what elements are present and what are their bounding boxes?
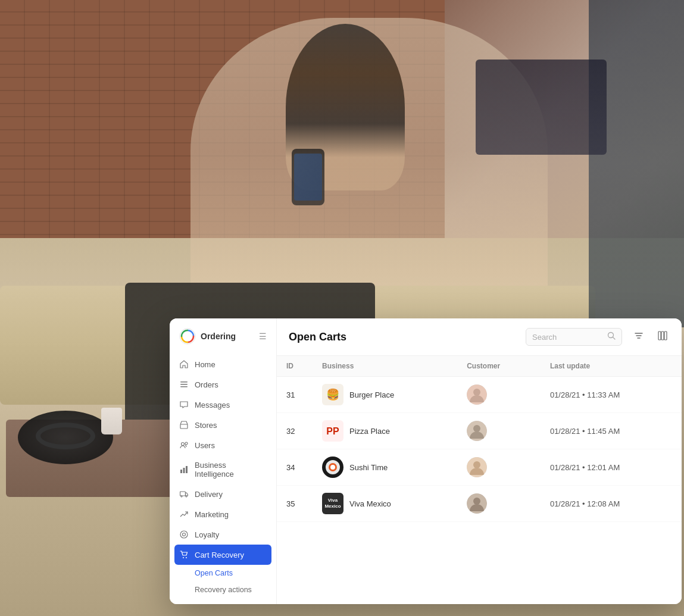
svg-point-24 [473, 389, 480, 396]
sidebar-logo-area: Ordering ☰ [170, 328, 276, 354]
sidebar-item-stores[interactable]: Stores [170, 415, 276, 435]
table-row[interactable]: 31 🍔 Burger Place [277, 377, 682, 413]
business-name-sushi: Sushi Time [349, 463, 388, 472]
cell-business-31: 🍔 Burger Place [313, 377, 457, 413]
table-body: 31 🍔 Burger Place [277, 377, 682, 522]
phone-screen [294, 154, 322, 201]
svg-point-15 [186, 557, 187, 558]
sidebar-item-loyalty[interactable]: Loyalty [170, 524, 276, 545]
svg-rect-6 [180, 470, 182, 473]
cell-business-35: VivaMexico Viva Mexico [313, 486, 457, 522]
cell-id-35: 35 [277, 486, 313, 522]
svg-point-39 [473, 498, 480, 505]
svg-line-17 [613, 337, 616, 340]
svg-text:PP: PP [326, 426, 339, 436]
table-row[interactable]: 35 VivaMexico Viva Mexico [277, 486, 682, 522]
customer-avatar-35 [467, 493, 487, 514]
svg-point-34 [473, 461, 480, 468]
search-wrapper [526, 328, 622, 346]
business-logo-burger: 🍔 [322, 384, 343, 405]
cell-lastupdate-32: 01/28/21 • 11:45 AM [541, 413, 682, 449]
sidebar-item-users-label: Users [195, 441, 215, 450]
svg-text:Viva: Viva [328, 498, 338, 503]
sidebar-item-stores-label: Stores [195, 421, 217, 430]
svg-point-28 [473, 425, 480, 432]
filter-button[interactable] [632, 329, 646, 345]
svg-rect-9 [180, 492, 186, 496]
sidebar-item-marketing[interactable]: Marketing [170, 504, 276, 524]
sidebar-item-messages[interactable]: Messages [170, 395, 276, 415]
svg-point-12 [180, 531, 188, 538]
cell-id-32: 32 [277, 413, 313, 449]
delivery-icon [179, 489, 189, 499]
table-header: ID Business Customer Last update [277, 356, 682, 377]
business-logo-pizza: PP [322, 420, 343, 442]
col-last-update: Last update [541, 356, 682, 377]
business-logo-mexico: VivaMexico [322, 493, 343, 514]
sidebar: Ordering ☰ Home Orders Messages [170, 318, 277, 604]
svg-rect-19 [661, 332, 664, 340]
business-cell-sushi: Sushi Time [322, 456, 448, 478]
business-logo-sushi [322, 456, 343, 478]
sidebar-item-loyalty-label: Loyalty [195, 530, 219, 539]
svg-point-5 [182, 443, 185, 446]
svg-point-11 [186, 496, 187, 497]
cell-lastupdate-35: 01/28/21 • 12:08 AM [541, 486, 682, 522]
chart-icon [179, 465, 189, 474]
messages-icon [179, 400, 189, 409]
sidebar-item-cart-recovery[interactable]: Cart Recovery [174, 545, 271, 565]
sidebar-item-delivery[interactable]: Delivery [170, 484, 276, 504]
business-cell-burger: 🍔 Burger Place [322, 384, 448, 405]
window-right [589, 0, 684, 327]
table-container: ID Business Customer Last update 31 � [277, 356, 682, 604]
marketing-icon [179, 509, 189, 519]
sidebar-item-messages-label: Messages [195, 401, 230, 409]
cell-lastupdate-31: 01/28/21 • 11:33 AM [541, 377, 682, 413]
svg-rect-4 [180, 424, 188, 429]
svg-rect-8 [186, 466, 188, 473]
sidebar-item-users[interactable]: Users [170, 435, 276, 455]
stores-icon [179, 420, 189, 430]
mug [101, 408, 122, 434]
svg-rect-7 [183, 468, 185, 473]
svg-rect-1 [180, 382, 188, 383]
monitor [476, 60, 607, 155]
col-id: ID [277, 356, 313, 377]
headphone-band [36, 423, 95, 449]
sidebar-item-business-intelligence[interactable]: Business Intelligence [170, 455, 276, 484]
sidebar-item-marketing-label: Marketing [195, 510, 229, 519]
sidebar-item-home-label: Home [195, 360, 215, 369]
svg-text:Mexico: Mexico [324, 504, 341, 509]
sidebar-item-home[interactable]: Home [170, 354, 276, 374]
col-business: Business [313, 356, 457, 377]
table-row[interactable]: 34 Sushi Time [277, 449, 682, 486]
customer-avatar-32 [467, 421, 487, 441]
main-content: Open Carts ID Business [277, 318, 682, 604]
cell-customer-31 [457, 377, 541, 413]
cell-id-31: 31 [277, 377, 313, 413]
sidebar-item-orders[interactable]: Orders [170, 374, 276, 395]
search-icon [607, 332, 616, 342]
svg-text:🍔: 🍔 [326, 388, 340, 401]
collapse-icon[interactable]: ☰ [259, 332, 267, 341]
cell-business-32: PP Pizza Place [313, 413, 457, 449]
cell-business-34: Sushi Time [313, 449, 457, 486]
business-cell-pizza: PP Pizza Place [322, 420, 448, 442]
cell-customer-35 [457, 486, 541, 522]
col-customer: Customer [457, 356, 541, 377]
svg-point-32 [330, 465, 335, 470]
sidebar-sub-open-carts[interactable]: Open Carts [170, 565, 276, 581]
cell-lastupdate-34: 01/28/21 • 12:01 AM [541, 449, 682, 486]
business-name-pizza: Pizza Place [349, 427, 390, 436]
sidebar-sub-recovery-actions[interactable]: Recovery actions [170, 581, 276, 595]
svg-point-14 [183, 557, 184, 558]
recovery-actions-label: Recovery actions [195, 586, 252, 594]
search-input[interactable] [532, 333, 604, 342]
columns-button[interactable] [655, 329, 670, 345]
main-header: Open Carts [277, 318, 682, 356]
cell-id-34: 34 [277, 449, 313, 486]
customer-avatar-34 [467, 457, 487, 477]
business-cell-mexico: VivaMexico Viva Mexico [322, 493, 448, 514]
open-carts-table: ID Business Customer Last update 31 � [277, 356, 682, 522]
table-row[interactable]: 32 PP Pizza Place [277, 413, 682, 449]
